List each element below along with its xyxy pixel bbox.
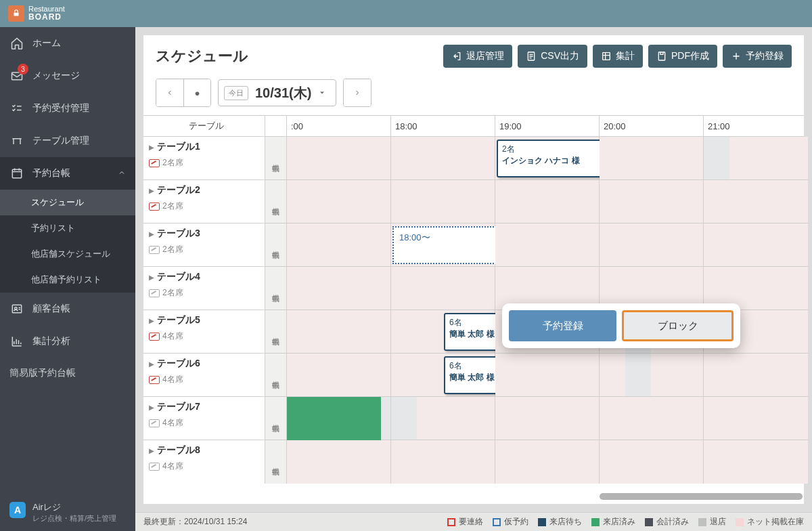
last-updated: 最終更新：2024/10/31 15:24	[143, 516, 247, 528]
caret-icon: ▶	[149, 274, 154, 281]
nav-label: テーブル管理	[32, 135, 89, 147]
nav-label: 集計分析	[32, 335, 70, 347]
keisai-cell: 掲載中	[265, 224, 287, 267]
block-marker[interactable]	[287, 397, 381, 440]
time-slot[interactable]	[495, 397, 600, 440]
col-header-time: 20:00	[600, 116, 704, 136]
time-slot[interactable]	[704, 440, 808, 484]
table-row-header[interactable]: ▶テーブル7 4名席	[143, 397, 265, 440]
time-slot[interactable]	[600, 440, 704, 484]
caret-icon: ▶	[149, 404, 154, 411]
time-slot[interactable]	[287, 180, 391, 224]
svg-rect-6	[603, 53, 610, 60]
time-slot[interactable]	[600, 224, 704, 267]
nav-label: ホーム	[32, 37, 61, 49]
aggregate-button[interactable]: 集計	[593, 45, 643, 68]
time-slot[interactable]: 18:00〜	[391, 224, 495, 267]
time-slot[interactable]	[391, 440, 495, 484]
time-slot[interactable]	[495, 354, 600, 397]
keisai-cell: 掲載中	[265, 137, 287, 180]
time-slot[interactable]	[600, 137, 704, 180]
time-slot[interactable]	[391, 397, 495, 440]
table-row-header[interactable]: ▶テーブル3 2名席	[143, 224, 265, 267]
time-slot[interactable]	[287, 397, 391, 440]
caret-icon: ▶	[149, 317, 154, 324]
chevron-down-icon	[318, 89, 326, 97]
keisai-cell: 掲載中	[265, 310, 287, 354]
col-header-time: :00	[287, 116, 391, 136]
keisai-cell: 掲載中	[265, 180, 287, 224]
nav-label: 予約受付管理	[32, 102, 89, 114]
time-slot[interactable]	[287, 310, 391, 354]
csv-export-button[interactable]: CSV出力	[518, 45, 587, 68]
time-slot[interactable]	[704, 180, 808, 224]
caret-icon: ▶	[149, 144, 154, 151]
time-slot[interactable]	[704, 354, 808, 397]
prev-day-button[interactable]	[156, 79, 183, 106]
nav-customers[interactable]: 顧客台帳	[0, 293, 135, 325]
checklist-icon	[9, 102, 24, 115]
time-slot[interactable]	[704, 397, 808, 440]
nav-label: 予約台帳	[32, 167, 70, 179]
subnav-other-schedule[interactable]: 他店舗スケジュール	[0, 241, 135, 267]
close-manage-button[interactable]: 退店管理	[443, 45, 512, 68]
table-row-header[interactable]: ▶テーブル4 2名席	[143, 267, 265, 310]
seat-icon	[149, 246, 160, 254]
nav-simple-ledger[interactable]: 簡易版予約台帳	[0, 358, 135, 389]
table-icon	[9, 134, 24, 148]
time-slot[interactable]	[391, 180, 495, 224]
col-header-table: テーブル	[143, 116, 265, 136]
page-title: スケジュール	[156, 46, 438, 66]
air-title[interactable]: Airレジ	[32, 502, 116, 513]
time-slot[interactable]	[600, 354, 704, 397]
subnav-schedule[interactable]: スケジュール	[0, 190, 135, 215]
time-slot[interactable]: 2名 インショク ハナコ 様 H	[495, 137, 600, 180]
date-selector[interactable]: 今日 10/31(木)	[218, 79, 336, 106]
time-slot[interactable]	[495, 440, 600, 484]
time-slot[interactable]	[287, 267, 391, 310]
legend-item: 来店済み	[591, 516, 635, 528]
legend-item: ネット掲載在庫	[736, 516, 804, 528]
current-marker-button[interactable]: ●	[183, 79, 210, 106]
logo-icon	[8, 5, 24, 22]
keisai-cell: 掲載中	[265, 397, 287, 440]
table-row-header[interactable]: ▶テーブル6 4名席	[143, 354, 265, 397]
new-reservation-button[interactable]: 予約登録	[723, 45, 792, 68]
time-slot[interactable]	[600, 180, 704, 224]
table-row-header[interactable]: ▶テーブル8 4名席	[143, 440, 265, 484]
time-slot[interactable]: 6名 簡単 太郎 様	[391, 310, 495, 354]
time-slot[interactable]	[287, 354, 391, 397]
table-row-header[interactable]: ▶テーブル5 4名席	[143, 310, 265, 354]
time-slot[interactable]	[287, 137, 391, 180]
table-row-header[interactable]: ▶テーブル2 2名席	[143, 180, 265, 224]
time-slot[interactable]	[704, 224, 808, 267]
time-slot[interactable]	[600, 397, 704, 440]
table-row-header[interactable]: ▶テーブル1 2名席	[143, 137, 265, 180]
subnav-other-list[interactable]: 他店舗予約リスト	[0, 267, 135, 293]
seat-icon	[149, 289, 160, 297]
keisai-cell: 掲載中	[265, 440, 287, 484]
time-slot[interactable]	[287, 440, 391, 484]
time-slot[interactable]	[287, 224, 391, 267]
time-slot[interactable]	[495, 224, 600, 267]
subnav-reservation-list[interactable]: 予約リスト	[0, 215, 135, 241]
nav-ledger[interactable]: 予約台帳	[0, 157, 135, 190]
popover-block-button[interactable]: ブロック	[622, 310, 734, 341]
time-slot[interactable]	[391, 267, 495, 310]
time-slot[interactable]	[391, 137, 495, 180]
horizontal-scrollbar[interactable]	[600, 493, 803, 500]
time-slot[interactable]	[495, 180, 600, 224]
nav-messages[interactable]: メッセージ 3	[0, 60, 135, 92]
next-day-button[interactable]	[344, 79, 371, 106]
nav-table-manage[interactable]: テーブル管理	[0, 125, 135, 157]
nav-home[interactable]: ホーム	[0, 27, 135, 60]
time-slot[interactable]: 6名 簡単 太郎 様	[391, 354, 495, 397]
pdf-button[interactable]: PDF作成	[648, 45, 717, 68]
chart-icon	[9, 335, 24, 348]
popover-reserve-button[interactable]: 予約登録	[509, 310, 616, 341]
time-slot[interactable]	[704, 137, 808, 180]
legend-item: 要連絡	[447, 516, 483, 528]
nav-reservation-accept[interactable]: 予約受付管理	[0, 92, 135, 125]
seat-icon	[149, 203, 160, 211]
nav-analytics[interactable]: 集計分析	[0, 325, 135, 358]
